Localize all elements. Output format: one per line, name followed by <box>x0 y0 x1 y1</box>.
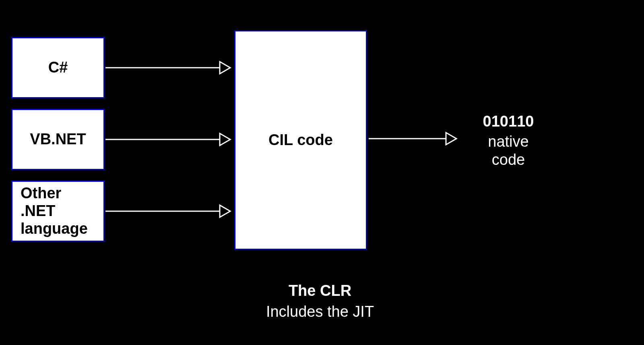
output-sub2: code <box>468 151 549 169</box>
arrowhead-native <box>446 133 456 145</box>
caption-sub: Includes the JIT <box>159 303 481 321</box>
source-vbnet-label: VB.NET <box>12 131 103 148</box>
source-csharp-label: C# <box>12 59 103 77</box>
output-title: 010110 <box>468 113 549 131</box>
cil-label: CIL code <box>235 131 366 149</box>
cil-box: CIL code <box>234 30 367 250</box>
diagram-canvas: C# VB.NET Other .NET language CIL code 0… <box>0 0 644 345</box>
output-sub1: native <box>468 133 549 151</box>
arrowhead-vbnet <box>220 133 230 145</box>
caption-title: The CLR <box>159 282 481 300</box>
source-box-csharp: C# <box>11 37 105 98</box>
source-box-other: Other .NET language <box>11 181 105 242</box>
source-box-vbnet: VB.NET <box>11 109 105 170</box>
arrowhead-csharp <box>220 62 230 74</box>
source-other-label: Other .NET language <box>12 185 103 237</box>
arrowhead-other <box>220 205 230 217</box>
